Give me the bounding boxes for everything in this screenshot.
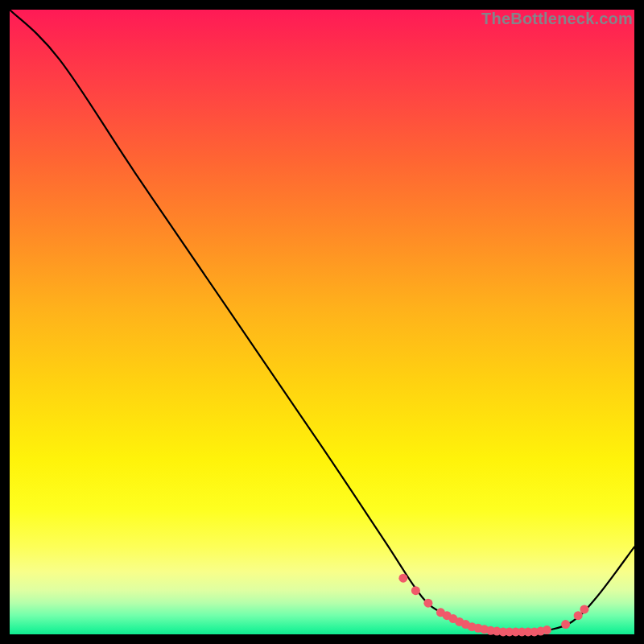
highlight-dot — [423, 599, 432, 608]
attribution-text: TheBottleneck.com — [481, 10, 633, 28]
highlight-dot — [574, 611, 583, 620]
highlight-dot — [580, 605, 588, 613]
chart-container: TheBottleneck.com — [0, 0, 644, 644]
chart-svg — [10, 10, 634, 634]
highlight-dot — [561, 620, 570, 629]
highlight-dot — [543, 625, 551, 634]
highlight-dot — [411, 586, 420, 595]
highlight-dot — [398, 574, 407, 583]
curve-path — [10, 10, 634, 633]
